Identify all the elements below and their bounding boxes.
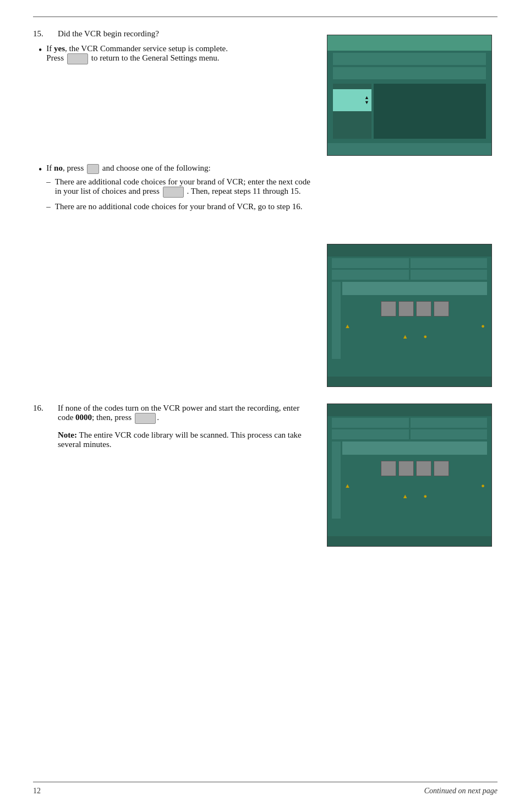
- screen1-row1: [327, 53, 491, 65]
- screen2-row1: [327, 258, 491, 268]
- screen3-circle-1: ●: [481, 482, 485, 489]
- screen2-main: ▲ ● ▲ ●: [327, 282, 491, 359]
- screen3-main: ▲ ● ▲ ●: [327, 442, 491, 519]
- step-16-para1: If none of the codes turn on the VCR pow…: [58, 404, 316, 424]
- step-15-question: Did the VCR begin recording?: [58, 29, 159, 39]
- screen3-topbar: [327, 404, 491, 416]
- screen3-bottom-labels: ▲ ●: [342, 482, 487, 489]
- screen2-row2: [327, 270, 491, 280]
- screen3-row2: [327, 429, 491, 439]
- step-16-body: If none of the codes turn on the VCR pow…: [58, 404, 316, 449]
- screen3-box1: [381, 461, 396, 476]
- spacer2: [411, 333, 422, 340]
- screen2-cell3: [332, 270, 409, 280]
- screen2-cell1: [332, 258, 409, 268]
- screen3-circle-2: ●: [424, 493, 428, 499]
- screen2-wrapper: ▲ ● ▲ ●: [327, 244, 497, 387]
- step-15-images: ▲ ▼: [327, 29, 497, 387]
- screen3-center: ▲ ● ▲ ●: [342, 442, 487, 519]
- step-15-number: 15.: [33, 29, 58, 39]
- dash-item-2: – There are no additional code choices f…: [46, 202, 316, 211]
- screen1-cell1: [333, 53, 486, 65]
- step-16-number: 16.: [33, 404, 58, 449]
- screen1-content: [374, 84, 486, 139]
- screen3-cell4: [411, 429, 488, 439]
- step-16-section: 16. If none of the codes turn on the VCR…: [33, 404, 497, 547]
- screen2-top-row: [342, 282, 487, 295]
- screen2-box1: [381, 301, 396, 317]
- screen2-label-row: ▲ ●: [342, 333, 487, 340]
- screen1-topbar: [327, 35, 491, 51]
- screen3-boxes: [342, 461, 487, 476]
- bullet-no-content: If no, press and choose one of the follo…: [46, 164, 316, 216]
- screen1-highlight: ▲ ▼: [333, 89, 371, 111]
- footer: 12 Continued on next page: [33, 771, 497, 795]
- screen3-box2: [398, 461, 414, 476]
- circle-icon-2: ●: [424, 333, 428, 340]
- screen3-label-row: ▲ ●: [342, 493, 487, 499]
- screen3-vcr-scan: ▲ ● ▲ ●: [327, 404, 492, 547]
- screen2-center: ▲ ● ▲ ●: [342, 282, 487, 359]
- screen2-bottom-labels: ▲ ●: [342, 323, 487, 329]
- screen3-top-row: [342, 442, 487, 455]
- dash1-button-inline: [163, 187, 184, 198]
- screen1-vcr-setup: ▲ ▼: [327, 35, 492, 156]
- bullet-dot-no: •: [39, 164, 42, 216]
- screen1-main: ▲ ▼: [327, 84, 491, 139]
- bullet-yes: • If yes, the VCR Commander service setu…: [39, 44, 316, 64]
- bullet-no: • If no, press and choose one of the fol…: [39, 164, 316, 216]
- dash-item-1: – There are additional code choices for …: [46, 177, 316, 198]
- step-15-section: 15. Did the VCR begin recording? • If ye…: [33, 29, 497, 387]
- screen3-cell1: [332, 418, 409, 428]
- page: 15. Did the VCR begin recording? • If ye…: [0, 0, 525, 812]
- screen3-cell3: [332, 429, 409, 439]
- dash-content-1: There are additional code choices for yo…: [55, 177, 316, 198]
- circle-icon-1: ●: [481, 323, 485, 329]
- dash-content-2: There are no additional code choices for…: [55, 202, 316, 211]
- screen2-cell4: [411, 270, 488, 280]
- dash-mark-1: –: [46, 177, 51, 198]
- screen2-box2: [398, 301, 414, 317]
- page-number: 12: [33, 787, 41, 795]
- bottom-rule: [33, 782, 497, 782]
- screen1-row2: [327, 67, 491, 79]
- triangle-icon-2: ▲: [402, 333, 408, 340]
- screen2-left-panel: [332, 282, 341, 359]
- screen2-topbar: [327, 244, 491, 257]
- triangle-icon-1: ▲: [344, 323, 351, 329]
- bullet-yes-content: If yes, the VCR Commander service setup …: [46, 44, 316, 64]
- return-button-inline: [67, 53, 88, 64]
- screen3-cell2: [411, 418, 488, 428]
- screen3-row1: [327, 418, 491, 428]
- bullet-dot-yes: •: [39, 45, 42, 64]
- step-16-image: ▲ ● ▲ ●: [327, 404, 497, 547]
- step-16-note: Note: The entire VCR code library will b…: [58, 430, 316, 449]
- top-rule: [33, 17, 497, 17]
- screen2-boxes: [342, 301, 487, 317]
- step-16-text: 16. If none of the codes turn on the VCR…: [33, 404, 327, 547]
- continued-label: Continued on next page: [424, 787, 497, 795]
- screen1-cell2: [333, 67, 486, 79]
- screen3-triangle-1: ▲: [344, 482, 351, 489]
- screen3-left-panel: [332, 442, 341, 519]
- screen3-spacer2: [411, 493, 422, 499]
- screen3-box3: [416, 461, 431, 476]
- screen2-vcr-code: ▲ ● ▲ ●: [327, 244, 492, 387]
- step-15-bullets: • If yes, the VCR Commander service setu…: [33, 44, 316, 216]
- screen2-bottombar: [327, 377, 491, 386]
- no-button-inline: [87, 164, 99, 174]
- screen1-bottombar: [327, 143, 491, 155]
- screen2-cell2: [411, 258, 488, 268]
- step16-button-inline: [135, 413, 156, 424]
- dash-mark-2: –: [46, 202, 51, 211]
- screen2-box3: [416, 301, 431, 317]
- screen1-sidebar: ▲ ▼: [333, 84, 371, 139]
- screen3-box4: [434, 461, 449, 476]
- screen3-triangle-2: ▲: [402, 493, 408, 499]
- step-15-text: 15. Did the VCR begin recording? • If ye…: [33, 29, 327, 387]
- screen2-box4: [434, 301, 449, 317]
- dash-list: – There are additional code choices for …: [46, 177, 316, 211]
- screen1-arrows: ▲ ▼: [364, 95, 369, 105]
- screen3-bottombar: [327, 536, 491, 546]
